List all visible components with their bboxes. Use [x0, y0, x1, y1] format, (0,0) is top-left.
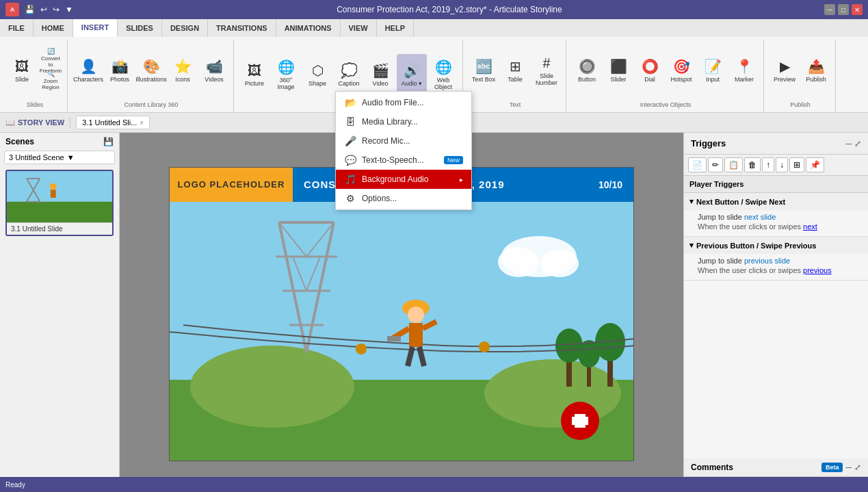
trigger-prev-condition-link[interactable]: previous	[803, 266, 832, 274]
text-box-label: Text Box	[472, 76, 496, 83]
publish-group-label: Publish	[790, 101, 811, 109]
slide-tab-31[interactable]: 3.1 Untitled Sli... ×	[76, 116, 150, 129]
slide-number-button[interactable]: # Slide Number	[531, 50, 562, 91]
options-item[interactable]: ⚙ Options...	[336, 189, 471, 208]
slide-thumbnail-31[interactable]: 3.1 Untitled Slide	[5, 170, 114, 236]
triggers-pin-button[interactable]: ─	[845, 139, 852, 148]
trigger-next-condition-link[interactable]: next	[803, 222, 817, 231]
illustrations-button[interactable]: 🎨 Illustrations	[136, 50, 166, 91]
audio-from-file-item[interactable]: 📂 Audio from File...	[336, 93, 471, 112]
close-button[interactable]: ✕	[852, 4, 863, 15]
trigger-next-chevron: ▾	[689, 197, 694, 206]
slide-thumbnail-area: 3.1 Untitled Slide	[0, 164, 119, 242]
trigger-delete-button[interactable]: 🗑	[744, 157, 761, 172]
tab-home[interactable]: HOME	[34, 19, 73, 37]
media-library-item[interactable]: 🗄 Media Library...	[336, 112, 471, 131]
tab-animations[interactable]: ANIMATIONS	[276, 19, 341, 37]
text-to-speech-item[interactable]: 💬 Text-to-Speech... New	[336, 151, 471, 170]
zoom-region-button[interactable]: 🔍 ZoomRegion	[38, 71, 63, 89]
icons-button[interactable]: ⭐ Icons	[168, 50, 198, 91]
trigger-section-prev: ▾ Previous Button / Swipe Previous Jump …	[684, 237, 868, 281]
shape-button[interactable]: ⬡ Shape	[302, 54, 332, 95]
audio-label: Audio ▾	[402, 80, 423, 87]
view360-button[interactable]: 🌐 360° Image	[271, 54, 301, 95]
tab-help[interactable]: HELP	[377, 19, 414, 37]
marker-button[interactable]: 📍 Marker	[729, 50, 759, 91]
button-button[interactable]: 🔘 Button	[572, 50, 602, 91]
record-mic-item[interactable]: 🎤 Record Mic...	[336, 131, 471, 151]
view360-label: 360° Image	[271, 77, 301, 90]
comments-pin-button[interactable]: ─	[845, 463, 852, 472]
comments-expand-button[interactable]: ⤢	[854, 463, 861, 472]
scenes-dropdown[interactable]: 3 Untitled Scene ▼	[4, 151, 115, 164]
scenes-header: Scenes 💾	[0, 133, 119, 151]
svg-point-32	[408, 307, 424, 323]
right-panel: Triggers ─ ⤢ 📄 ✏ 📋 🗑 ↑ ↓ ⊞ 📌 Player Trig…	[683, 133, 868, 492]
trigger-edit-button[interactable]: ✏	[708, 157, 723, 172]
background-audio-arrow-icon: ▸	[460, 176, 463, 183]
tab-design[interactable]: DESIGN	[162, 19, 208, 37]
photos-button[interactable]: 📸 Photos	[105, 50, 135, 91]
trigger-next-slide-link[interactable]: next slide	[744, 213, 776, 221]
photos-icon: 📸	[111, 58, 129, 75]
background-audio-item[interactable]: 🎵 Background Audio ▸	[336, 170, 471, 189]
audio-button[interactable]: 🔊 Audio ▾	[397, 54, 427, 95]
trigger-move-up-button[interactable]: ↑	[762, 157, 774, 172]
text-box-button[interactable]: 🔤 Text Box	[469, 50, 499, 91]
undo-button[interactable]: ↩	[39, 3, 49, 16]
tab-transitions[interactable]: TRANSITIONS	[208, 19, 276, 37]
trigger-new-button[interactable]: 📄	[688, 157, 707, 172]
trigger-view-button[interactable]: ⊞	[789, 157, 804, 172]
input-button[interactable]: 📝 Input	[698, 50, 728, 91]
svg-point-19	[498, 247, 539, 277]
characters-button[interactable]: 👤 Characters	[73, 50, 103, 91]
minimize-button[interactable]: ─	[824, 4, 835, 15]
app-logo: A	[5, 3, 19, 16]
trigger-prev-slide-link[interactable]: previous slide	[744, 257, 790, 265]
triggers-expand-button[interactable]: ⤢	[854, 139, 861, 148]
caption-button[interactable]: 💭 Caption	[334, 54, 364, 95]
zoom-icon: 🔍	[47, 70, 55, 77]
trigger-prev-header[interactable]: ▾ Previous Button / Swipe Previous	[684, 237, 868, 254]
window-controls: ─ □ ✕	[824, 4, 863, 15]
hotspot-button[interactable]: 🎯 Hotspot	[666, 50, 696, 91]
save-button[interactable]: 💾	[23, 3, 36, 16]
tab-slides[interactable]: SLIDES	[118, 19, 162, 37]
story-view-label[interactable]: STORY VIEW	[18, 118, 64, 127]
tab-file[interactable]: FILE	[0, 19, 34, 37]
trigger-prev-condition: When the user clicks or swipes previous	[698, 266, 860, 274]
picture-button[interactable]: 🖼 Picture	[239, 54, 269, 95]
trigger-next-header[interactable]: ▾ Next Button / Swipe Next	[684, 193, 868, 210]
audio-icon: 🔊	[404, 62, 421, 79]
maximize-button[interactable]: □	[838, 4, 849, 15]
video-button[interactable]: 🎬 Video	[365, 54, 395, 95]
preview-button[interactable]: ▶ Preview	[770, 50, 800, 91]
table-button[interactable]: ⊞ Table	[500, 50, 530, 91]
trigger-move-down-button[interactable]: ↓	[776, 157, 788, 172]
dial-button[interactable]: ⭕ Dial	[635, 50, 665, 91]
slider-label: Slider	[610, 76, 626, 83]
publish-button[interactable]: 📤 Publish	[801, 50, 831, 91]
tab-view[interactable]: VIEW	[341, 19, 377, 37]
web-object-button[interactable]: 🌐 Web Object	[428, 54, 458, 95]
ribbon-group-text: 🔤 Text Box ⊞ Table # Slide Number Text	[464, 40, 566, 112]
trigger-copy-button[interactable]: 📋	[724, 157, 743, 172]
input-label: Input	[706, 76, 720, 83]
trigger-pin-button[interactable]: 📌	[806, 157, 824, 172]
convert-to-freeform-button[interactable]: 🔄 Convert toFreeform	[38, 52, 63, 70]
thumb-illustration	[7, 171, 112, 222]
ribbon-group-publish: ▶ Preview 📤 Publish Publish	[765, 40, 836, 112]
qa-more-button[interactable]: ▼	[64, 3, 75, 16]
caption-label: Caption	[338, 80, 359, 87]
slide-button[interactable]: 🖼 Slide	[7, 50, 37, 91]
redo-button[interactable]: ↪	[51, 3, 61, 16]
scenes-save-icon: 💾	[103, 137, 114, 146]
slide-tab-close[interactable]: ×	[140, 119, 144, 127]
svg-point-39	[356, 344, 367, 354]
tab-insert[interactable]: INSERT	[73, 19, 118, 37]
videos-button[interactable]: 📹 Videos	[199, 50, 229, 91]
slide-logo: LOGO PLACEHOLDER	[170, 168, 293, 202]
slider-button[interactable]: ⬛ Slider	[603, 50, 633, 91]
dial-icon: ⭕	[642, 58, 659, 75]
background-audio-label: Background Audio	[362, 174, 428, 184]
